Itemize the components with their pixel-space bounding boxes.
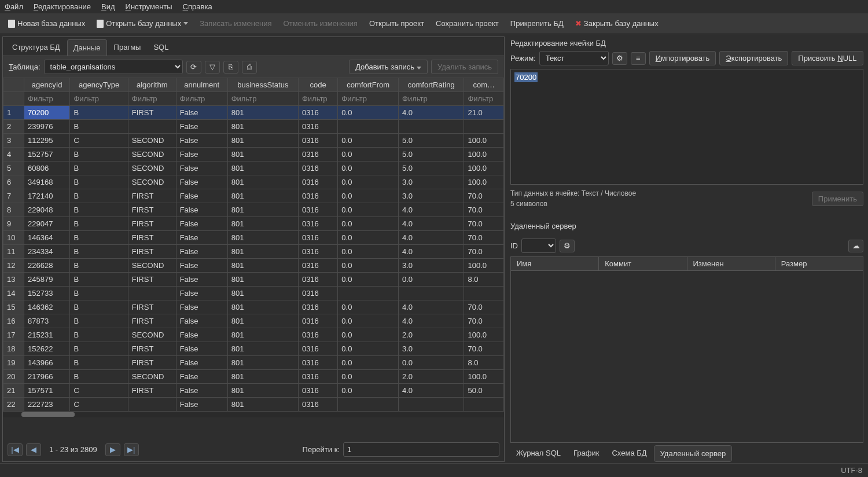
cell[interactable]: False: [176, 245, 227, 259]
tab-graph[interactable]: График: [568, 445, 605, 462]
cell[interactable]: SECOND: [128, 162, 176, 175]
cell[interactable]: FIRST: [128, 356, 176, 370]
print-button[interactable]: ⎙: [242, 61, 257, 74]
table-row[interactable]: 11234334BFIRSTFalse80103160.04.070.0: [3, 245, 504, 259]
cell[interactable]: 4.0: [399, 106, 464, 120]
cell[interactable]: 4.0: [399, 203, 464, 217]
cell[interactable]: 0316: [298, 106, 337, 120]
cell[interactable]: SECOND: [128, 134, 176, 148]
cell[interactable]: False: [176, 370, 227, 384]
cell[interactable]: 217966: [24, 370, 70, 384]
cell[interactable]: 0316: [298, 259, 337, 273]
close-db-button[interactable]: ✖Закрыть базу данных: [572, 17, 662, 30]
indent-button[interactable]: ≡: [631, 52, 646, 65]
cell[interactable]: [464, 398, 504, 412]
cell[interactable]: 0.0: [338, 134, 399, 148]
column-filter[interactable]: Фильтр: [24, 92, 70, 106]
cell[interactable]: 0.0: [399, 273, 464, 287]
cell[interactable]: FIRST: [128, 273, 176, 287]
cell[interactable]: 239976: [24, 120, 70, 134]
cell[interactable]: FIRST: [128, 217, 176, 231]
cell[interactable]: 0.0: [338, 106, 399, 120]
cell[interactable]: B: [70, 328, 128, 342]
cell[interactable]: 0.0: [399, 356, 464, 370]
cell[interactable]: 801: [227, 370, 298, 384]
table-row[interactable]: 7172140BFIRSTFalse80103160.03.070.0: [3, 189, 504, 203]
prev-page-button[interactable]: ◀: [26, 443, 41, 456]
cell[interactable]: 0316: [298, 356, 337, 370]
cell[interactable]: 8.0: [464, 356, 504, 370]
cell[interactable]: B: [70, 356, 128, 370]
cell[interactable]: SECOND: [128, 259, 176, 273]
cell[interactable]: B: [70, 106, 128, 120]
tab-remote[interactable]: Удаленный сервер: [654, 445, 733, 462]
cell[interactable]: 801: [227, 245, 298, 259]
cell[interactable]: B: [70, 189, 128, 203]
cell[interactable]: FIRST: [128, 245, 176, 259]
cell[interactable]: 0316: [298, 342, 337, 356]
horizontal-scrollbar[interactable]: [3, 412, 504, 417]
cell[interactable]: 50.0: [464, 384, 504, 398]
cell[interactable]: 157571: [24, 384, 70, 398]
cell[interactable]: 70.0: [464, 189, 504, 203]
cell[interactable]: 226628: [24, 259, 70, 273]
table-select[interactable]: table_organisations: [44, 60, 183, 74]
column-header[interactable]: comfortRating: [399, 78, 464, 92]
cell[interactable]: B: [70, 287, 128, 300]
tab-schema[interactable]: Схема БД: [606, 445, 652, 462]
cell[interactable]: 801: [227, 189, 298, 203]
table-row[interactable]: 6349168BSECONDFalse80103160.03.0100.0: [3, 175, 504, 189]
cell[interactable]: 0.0: [338, 328, 399, 342]
cell[interactable]: SECOND: [128, 175, 176, 189]
cell[interactable]: False: [176, 106, 227, 120]
cell[interactable]: 70.0: [464, 231, 504, 245]
cell[interactable]: B: [70, 162, 128, 175]
menu-edit[interactable]: Редактирование: [34, 2, 91, 11]
cell[interactable]: 100.0: [464, 175, 504, 189]
cell[interactable]: 801: [227, 398, 298, 412]
cell[interactable]: False: [176, 314, 227, 328]
cell[interactable]: B: [70, 370, 128, 384]
cell[interactable]: 801: [227, 328, 298, 342]
refresh-button[interactable]: ⟳: [186, 61, 201, 74]
cell[interactable]: B: [70, 175, 128, 189]
cell[interactable]: 801: [227, 120, 298, 134]
new-db-button[interactable]: Новая база данных: [5, 17, 89, 30]
cell[interactable]: 100.0: [464, 148, 504, 162]
cell[interactable]: False: [176, 356, 227, 370]
cell[interactable]: 70.0: [464, 203, 504, 217]
column-header[interactable]: agencyId: [24, 78, 70, 92]
cell[interactable]: False: [176, 287, 227, 300]
cell[interactable]: False: [176, 203, 227, 217]
cell[interactable]: 801: [227, 203, 298, 217]
cell[interactable]: SECOND: [128, 148, 176, 162]
cell[interactable]: 349168: [24, 175, 70, 189]
cell[interactable]: 0.0: [338, 162, 399, 175]
cell[interactable]: 3.0: [399, 175, 464, 189]
table-row[interactable]: 19143966BFIRSTFalse80103160.00.08.0: [3, 356, 504, 370]
table-row[interactable]: 10146364BFIRSTFalse80103160.04.070.0: [3, 231, 504, 245]
table-row[interactable]: 20217966BSECONDFalse80103160.02.0100.0: [3, 370, 504, 384]
cell[interactable]: 801: [227, 134, 298, 148]
cell[interactable]: 70.0: [464, 245, 504, 259]
add-record-button[interactable]: Добавить запись: [349, 60, 428, 74]
cell[interactable]: 801: [227, 314, 298, 328]
cell[interactable]: 0.0: [338, 273, 399, 287]
cell[interactable]: False: [176, 217, 227, 231]
cell-value-editor[interactable]: 70200: [510, 69, 863, 185]
cell[interactable]: B: [70, 203, 128, 217]
cell[interactable]: 0.0: [338, 217, 399, 231]
cell[interactable]: 70200: [24, 106, 70, 120]
tab-structure[interactable]: Структура БД: [6, 39, 66, 56]
remote-col-modified[interactable]: Изменен: [687, 257, 775, 270]
cell[interactable]: 0316: [298, 134, 337, 148]
remote-push-button[interactable]: ☁: [848, 240, 863, 252]
remote-col-commit[interactable]: Коммит: [599, 257, 687, 270]
cell[interactable]: False: [176, 342, 227, 356]
cell[interactable]: 0316: [298, 231, 337, 245]
cell[interactable]: 4.0: [399, 314, 464, 328]
cell[interactable]: 0316: [298, 120, 337, 134]
cell[interactable]: False: [176, 134, 227, 148]
cell[interactable]: 60806: [24, 162, 70, 175]
column-header[interactable]: agencyType: [70, 78, 128, 92]
